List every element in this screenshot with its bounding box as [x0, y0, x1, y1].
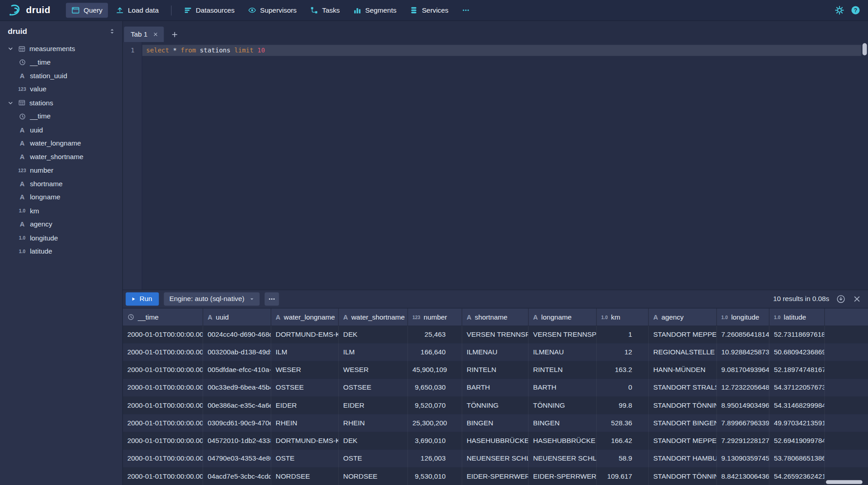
nav-item-segments[interactable]: Segments: [347, 3, 402, 18]
cell-water-longname[interactable]: ILM: [271, 344, 338, 361]
cell-water-shortname[interactable]: OSTE: [339, 450, 408, 467]
cell-uuid[interactable]: 0024cc40-d690-468d-: [203, 325, 272, 343]
cell-longname[interactable]: VERSEN TRENNSPITZE: [529, 325, 597, 343]
tree-column-number[interactable]: 123number: [0, 164, 122, 177]
cell-shortname[interactable]: BARTH: [462, 379, 529, 396]
help-icon[interactable]: ?: [851, 5, 860, 15]
cell-longname[interactable]: BARTH: [529, 379, 597, 396]
cell-time[interactable]: 2000-01-01T00:00:00.000Z: [123, 450, 203, 467]
cell-shortname[interactable]: RINTELN: [462, 361, 529, 379]
cell-latitude[interactable]: 52.69419099784: [769, 432, 825, 450]
cell-number[interactable]: 126,003: [408, 450, 462, 467]
cell-longitude[interactable]: 8.842130064364: [717, 467, 769, 485]
tree-column-time[interactable]: __time: [0, 56, 122, 69]
cell-agency[interactable]: REGIONALSTELLE SUHL: [649, 344, 717, 361]
cell-longitude[interactable]: 9.081704939644: [717, 361, 769, 379]
cell-longitude[interactable]: 7.292912281272: [717, 432, 769, 450]
cell-latitude[interactable]: 54.31468299984: [769, 396, 825, 414]
cell-water-shortname[interactable]: DEK: [339, 432, 408, 450]
cell-uuid[interactable]: 005dfdae-efcc-410a-b: [203, 361, 272, 379]
cell-time[interactable]: 2000-01-01T00:00:00.000Z: [123, 432, 203, 450]
tree-table-stations[interactable]: stations: [0, 96, 122, 110]
query-more-button[interactable]: [265, 292, 279, 306]
cell-water-shortname[interactable]: WESER: [339, 361, 408, 379]
cell-longitude[interactable]: 7.260856418142: [717, 325, 769, 343]
tab-1[interactable]: Tab 1: [124, 27, 164, 42]
cell-time[interactable]: 2000-01-01T00:00:00.000Z: [123, 379, 203, 396]
cell-water-shortname[interactable]: OSTSEE: [339, 379, 408, 396]
cell-longname[interactable]: ILMENAU: [529, 344, 597, 361]
cell-longname[interactable]: EIDER-SPERRWERK AP: [529, 467, 597, 485]
column-header-longitude[interactable]: 1.0longitude: [717, 308, 769, 325]
tree-column-longname[interactable]: Alongname: [0, 191, 122, 204]
cell-longname[interactable]: TÖNNING: [529, 396, 597, 414]
cell-longname[interactable]: HASEHUBBRÜCKE: [529, 432, 597, 450]
cell-uuid[interactable]: 0309cd61-90c9-470e-: [203, 414, 272, 432]
cell-number[interactable]: 9,650,030: [408, 379, 462, 396]
tree-column-latitude[interactable]: 1.0latitude: [0, 245, 122, 258]
cell-shortname[interactable]: ILMENAU: [462, 344, 529, 361]
cell-latitude[interactable]: 54.26592362421: [769, 467, 825, 485]
cell-water-longname[interactable]: NORDSEE: [271, 467, 338, 485]
nav-item-more[interactable]: [456, 3, 476, 18]
cell-km[interactable]: 163.2: [597, 361, 649, 379]
close-results-icon[interactable]: [853, 295, 862, 304]
cell-km[interactable]: 528.36: [597, 414, 649, 432]
cell-water-longname[interactable]: WESER: [271, 361, 338, 379]
cell-latitude[interactable]: 52.73118697618: [769, 325, 825, 343]
cell-longitude[interactable]: 12.72322056486: [717, 379, 769, 396]
cell-longitude[interactable]: 8.950149034965: [717, 396, 769, 414]
cell-km[interactable]: 12: [597, 344, 649, 361]
cell-uuid[interactable]: 04572010-1db2-4338-: [203, 432, 272, 450]
column-header-km[interactable]: 1.0km: [597, 308, 649, 325]
cell-shortname[interactable]: TÖNNING: [462, 396, 529, 414]
cell-time[interactable]: 2000-01-01T00:00:00.000Z: [123, 414, 203, 432]
column-header-uuid[interactable]: Auuid: [203, 308, 272, 325]
cell-latitude[interactable]: 49.97034213591: [769, 414, 825, 432]
cell-uuid[interactable]: 04acd7e5-3cbc-4cdd-: [203, 467, 272, 485]
cell-longname[interactable]: RINTELN: [529, 361, 597, 379]
cell-longname[interactable]: NEUENSEER SCHLEUSE: [529, 450, 597, 467]
column-header-latitude[interactable]: 1.0latitude: [769, 308, 825, 325]
column-header-water-longname[interactable]: Awater_longname: [271, 308, 338, 325]
cell-uuid[interactable]: 04790e03-4353-4e80-: [203, 450, 272, 467]
cell-agency[interactable]: STANDORT TÖNNING: [649, 396, 717, 414]
cell-time[interactable]: 2000-01-01T00:00:00.000Z: [123, 467, 203, 485]
cell-water-shortname[interactable]: ILM: [339, 344, 408, 361]
add-tab-button[interactable]: [168, 28, 181, 41]
tree-column-station-uuid[interactable]: Astation_uuid: [0, 69, 122, 83]
tree-column-uuid[interactable]: Auuid: [0, 123, 122, 137]
cell-agency[interactable]: STANDORT TÖNNING: [649, 467, 717, 485]
cell-time[interactable]: 2000-01-01T00:00:00.000Z: [123, 325, 203, 343]
cell-time[interactable]: 2000-01-01T00:00:00.000Z: [123, 361, 203, 379]
cell-water-longname[interactable]: OSTE: [271, 450, 338, 467]
settings-gear-icon[interactable]: [835, 5, 844, 15]
cell-shortname[interactable]: VERSEN TRENNSPITZE: [462, 325, 529, 343]
column-header-water-shortname[interactable]: Awater_shortname: [339, 308, 408, 325]
column-header-number[interactable]: 123number: [408, 308, 462, 325]
nav-item-datasources[interactable]: Datasources: [178, 3, 240, 18]
cell-shortname[interactable]: EIDER-SPERRWERK AP: [462, 467, 529, 485]
cell-water-longname[interactable]: EIDER: [271, 396, 338, 414]
cell-agency[interactable]: HANN-MÜNDEN: [649, 361, 717, 379]
cell-water-longname[interactable]: DORTMUND-EMS-KANAL: [271, 432, 338, 450]
cell-agency[interactable]: STANDORT HAMBURG: [649, 450, 717, 467]
run-button[interactable]: Run: [126, 292, 159, 306]
cell-water-shortname[interactable]: EIDER: [339, 396, 408, 414]
nav-item-tasks[interactable]: Tasks: [305, 3, 346, 18]
cell-longitude[interactable]: 7.899667963397: [717, 414, 769, 432]
cell-uuid[interactable]: 00c33ed9-6bea-45b4-: [203, 379, 272, 396]
cell-water-longname[interactable]: OSTSEE: [271, 379, 338, 396]
cell-shortname[interactable]: BINGEN: [462, 414, 529, 432]
query-editor[interactable]: 1 select * from stations limit 10: [123, 42, 868, 290]
tree-column-longitude[interactable]: 1.0longitude: [0, 231, 122, 245]
tree-column-water-shortname[interactable]: Awater_shortname: [0, 150, 122, 164]
cell-number[interactable]: 25,463: [408, 325, 462, 343]
cell-uuid[interactable]: 003200ab-d138-49d9-: [203, 344, 272, 361]
cell-km[interactable]: 166.42: [597, 432, 649, 450]
cell-km[interactable]: 99.8: [597, 396, 649, 414]
cell-water-longname[interactable]: DORTMUND-EMS-KANAL: [271, 325, 338, 343]
cell-water-shortname[interactable]: NORDSEE: [339, 467, 408, 485]
tree-column-value[interactable]: 123value: [0, 83, 122, 96]
cell-longname[interactable]: BINGEN: [529, 414, 597, 432]
